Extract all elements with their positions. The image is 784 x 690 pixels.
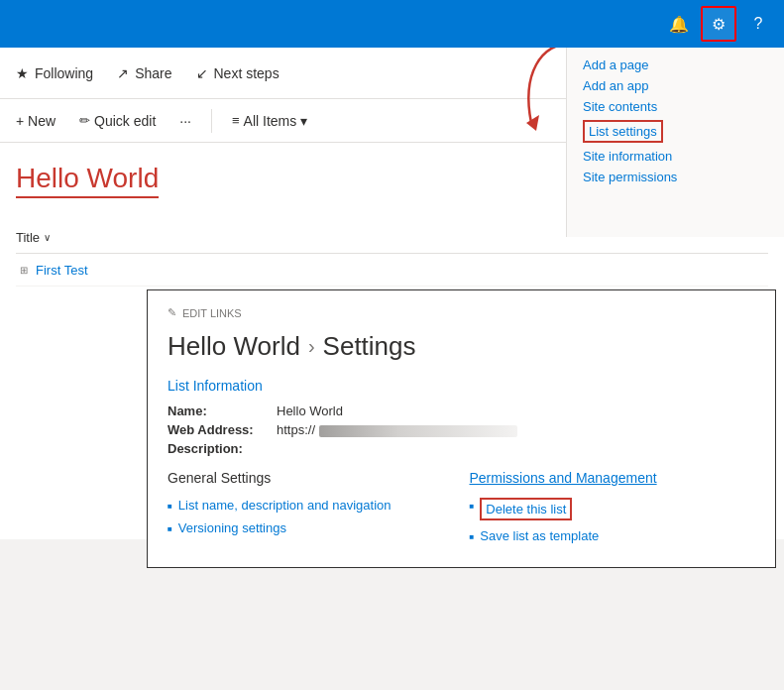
filter-lines-icon: ≡ [232,113,240,128]
site-information-link[interactable]: Site information [583,149,768,164]
following-button[interactable]: ★ Following [16,65,93,81]
main-content: Hello World Title ∨ ⊞ First Test Setting… [0,143,784,539]
delete-list-bullet: ■ [470,502,475,511]
save-template-link-item: ■ Save list as template [470,528,756,543]
dropdown-icon: ▾ [300,113,307,129]
arrow-svg [502,34,591,153]
delete-list-link[interactable]: Delete this list [480,498,572,520]
arrow-annotation [502,34,591,157]
delete-list-link-item: ■ Delete this list [470,498,756,520]
permissions-heading: Permissions and Management [470,470,756,488]
edit-links-pencil-icon: ✎ [168,306,176,319]
name-row: Name: Hello World [168,403,755,418]
next-steps-button[interactable]: ↙ Next steps [196,65,280,81]
more-button[interactable]: ··· [171,105,199,137]
quick-edit-button[interactable]: ✏ Quick edit [71,105,164,137]
expand-icon: ⊞ [16,262,32,278]
table-row[interactable]: ⊞ First Test [16,254,768,287]
site-permissions-link[interactable]: Site permissions [583,170,768,184]
site-contents-link[interactable]: Site contents [583,99,768,114]
all-items-label: All Items [244,113,297,129]
svg-marker-0 [526,115,539,131]
save-template-bullet: ■ [470,532,475,541]
versioning-link[interactable]: Versioning settings [178,520,286,535]
breadcrumb-separator: › [308,335,315,358]
title-chevron: ∨ [44,232,51,243]
all-items-button[interactable]: ≡ All Items ▾ [224,105,315,137]
next-steps-icon: ↙ [196,65,208,81]
breadcrumb-list: Hello World [168,331,300,362]
versioning-link-item: ■ Versioning settings [168,520,454,535]
following-label: Following [35,65,93,81]
web-address-blurred [319,425,517,437]
pencil-icon: ✏ [79,113,90,128]
toolbar-divider [211,109,212,133]
web-address-value: https:// [277,422,755,437]
next-steps-label: Next steps [214,65,280,81]
title-column-header: Title [16,230,40,245]
following-icon: ★ [16,65,29,81]
share-label: Share [135,65,171,81]
new-button[interactable]: + New [8,105,63,137]
description-row: Description: [168,441,755,456]
web-address-label: Web Address: [168,422,277,437]
settings-page-title: Hello World › Settings [168,331,755,362]
general-settings-column: General Settings ■ List name, descriptio… [168,470,454,551]
quick-edit-label: Quick edit [94,113,156,129]
list-title: Hello World [16,163,159,198]
info-table: Name: Hello World Web Address: https:// … [168,403,755,456]
gear-icon[interactable]: ⚙ [701,6,736,42]
two-col-section: General Settings ■ List name, descriptio… [168,470,755,551]
share-icon: ↗ [117,65,129,81]
description-label: Description: [168,441,277,456]
share-button[interactable]: ↗ Share [117,65,171,81]
name-label: Name: [168,403,277,418]
list-name-bullet: ■ [168,502,172,511]
web-address-prefix: https:// [277,422,315,437]
edit-links-label: EDIT LINKS [182,307,242,319]
settings-content-panel: ✎ EDIT LINKS Hello World › Settings List… [147,289,776,568]
general-settings-heading: General Settings [168,470,454,488]
versioning-bullet: ■ [168,524,172,533]
edit-links-bar[interactable]: ✎ EDIT LINKS [168,306,755,319]
top-navigation: 🔔 ⚙ ? [0,0,784,48]
add-page-link[interactable]: Add a page [583,58,768,72]
row-text: First Test [36,263,88,278]
list-name-desc-link-item: ■ List name, description and navigation [168,498,454,513]
list-settings-link[interactable]: List settings [583,120,663,143]
list-name-desc-link[interactable]: List name, description and navigation [178,498,392,513]
list-info-title: List Information [168,378,755,394]
add-app-link[interactable]: Add an app [583,78,768,93]
permissions-management-column: Permissions and Management ■ Delete this… [470,470,756,551]
bell-icon[interactable]: 🔔 [661,6,697,42]
name-value: Hello World [277,403,755,418]
save-template-link[interactable]: Save list as template [480,528,599,543]
web-address-row: Web Address: https:// [168,422,755,437]
question-icon[interactable]: ? [740,6,776,42]
nav-icons: 🔔 ⚙ ? [661,6,776,42]
action-bar-items: ★ Following ↗ Share ↙ Next steps [16,65,280,81]
breadcrumb-settings: Settings [323,331,416,362]
